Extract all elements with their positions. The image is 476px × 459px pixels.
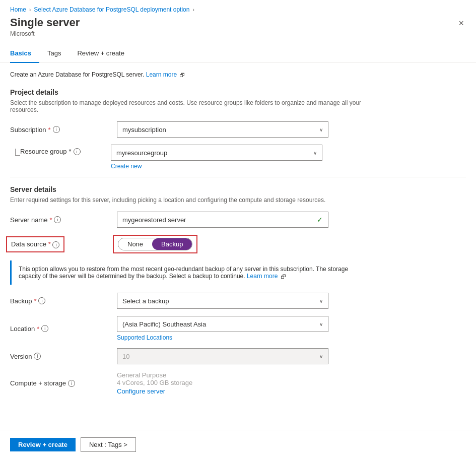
data-source-info-icon[interactable]: i bbox=[52, 241, 59, 248]
location-row: Location * i (Asia Pacific) Southeast As… bbox=[10, 316, 466, 341]
backup-row: Backup * i Select a backup ∨ bbox=[10, 293, 466, 309]
version-info-icon[interactable]: i bbox=[34, 353, 41, 360]
subscription-label: Subscription * i bbox=[10, 126, 111, 134]
main-content: Create an Azure Database for PostgreSQL … bbox=[0, 63, 476, 430]
configure-server-link[interactable]: Configure server bbox=[117, 387, 328, 395]
data-source-backup-option[interactable]: Backup bbox=[152, 238, 192, 250]
location-control: (Asia Pacific) Southeast Asia ∨ Supporte… bbox=[117, 316, 328, 341]
resource-group-dropdown[interactable]: myresourcegroup ∨ bbox=[111, 145, 322, 161]
tab-basics[interactable]: Basics bbox=[10, 45, 39, 63]
location-label: Location * i bbox=[10, 325, 111, 333]
backup-control: Select a backup ∨ bbox=[117, 293, 328, 309]
server-details-title: Server details bbox=[10, 185, 466, 193]
supported-locations-link[interactable]: Supported Locations bbox=[117, 334, 172, 341]
valid-icon: ✓ bbox=[317, 216, 323, 224]
version-dropdown-arrow-icon: ∨ bbox=[319, 354, 323, 359]
dropdown-arrow-icon: ∨ bbox=[313, 150, 317, 156]
info-box: This option allows you to restore from t… bbox=[10, 260, 363, 285]
subscription-control: mysubscription ∨ bbox=[117, 121, 328, 138]
resource-group-control: myresourcegroup ∨ Create new bbox=[111, 145, 322, 170]
data-source-label: Data source * i bbox=[10, 236, 111, 252]
page-description: Create an Azure Database for PostgreSQL … bbox=[10, 71, 466, 78]
subscription-row: Subscription * i mysubscription ∨ bbox=[10, 121, 466, 138]
page-title: Single server bbox=[10, 16, 80, 29]
tab-tags[interactable]: Tags bbox=[39, 45, 69, 63]
data-source-control: None Backup bbox=[117, 235, 328, 253]
compute-storage-row: Compute + storage i General Purpose 4 vC… bbox=[10, 371, 466, 395]
resource-group-info-icon[interactable]: i bbox=[74, 148, 81, 155]
subscription-info-icon[interactable]: i bbox=[53, 126, 60, 133]
compute-storage-info-icon[interactable]: i bbox=[68, 380, 75, 387]
review-create-button[interactable]: Review + create bbox=[10, 438, 76, 451]
resource-group-label: Resource group * i bbox=[20, 145, 111, 155]
tabs-container: Basics Tags Review + create bbox=[0, 37, 476, 63]
page-subtitle: Microsoft bbox=[10, 30, 80, 37]
version-row: Version i 10 ∨ bbox=[10, 348, 466, 364]
location-info-icon[interactable]: i bbox=[41, 325, 48, 332]
location-dropdown-arrow-icon: ∨ bbox=[319, 321, 323, 327]
backup-dropdown-arrow-icon: ∨ bbox=[319, 298, 323, 304]
data-source-toggle: None Backup bbox=[118, 238, 192, 250]
external-link-icon: 🗗 bbox=[179, 72, 185, 78]
version-label: Version i bbox=[10, 353, 111, 360]
learn-more-link[interactable]: Learn more bbox=[146, 71, 177, 78]
resource-group-row: Resource group * i myresourcegroup ∨ Cre… bbox=[10, 145, 466, 170]
next-tags-button[interactable]: Next : Tags > bbox=[81, 437, 136, 452]
subscription-dropdown[interactable]: mysubscription ∨ bbox=[117, 121, 328, 138]
version-dropdown[interactable]: 10 ∨ bbox=[117, 348, 328, 364]
server-name-label: Server name * i bbox=[10, 216, 111, 224]
server-name-control: mygeorestored server ✓ bbox=[117, 212, 328, 228]
dropdown-arrow-icon: ∨ bbox=[319, 127, 323, 133]
close-button[interactable]: × bbox=[456, 16, 466, 31]
section-divider bbox=[10, 177, 466, 177]
info-learn-more-link[interactable]: Learn more bbox=[247, 273, 278, 280]
server-name-row: Server name * i mygeorestored server ✓ bbox=[10, 212, 466, 228]
info-external-icon: 🗗 bbox=[281, 274, 286, 280]
footer: Review + create Next : Tags > bbox=[0, 430, 476, 459]
compute-storage-value: General Purpose 4 vCores, 100 GB storage… bbox=[117, 371, 328, 395]
breadcrumb-home[interactable]: Home bbox=[10, 6, 26, 13]
server-name-info-icon[interactable]: i bbox=[54, 216, 61, 223]
panel-header: Single server Microsoft × bbox=[0, 16, 476, 37]
create-new-link[interactable]: Create new bbox=[111, 163, 142, 170]
location-dropdown[interactable]: (Asia Pacific) Southeast Asia ∨ bbox=[117, 316, 328, 332]
tab-review-create[interactable]: Review + create bbox=[69, 45, 132, 63]
backup-label: Backup * i bbox=[10, 297, 111, 305]
data-source-none-option[interactable]: None bbox=[118, 238, 152, 250]
compute-storage-label: Compute + storage i bbox=[10, 379, 111, 387]
breadcrumb-step1[interactable]: Select Azure Database for PostgreSQL dep… bbox=[34, 6, 189, 13]
version-control: 10 ∨ bbox=[117, 348, 328, 364]
data-source-row: Data source * i None Backup bbox=[10, 235, 466, 253]
backup-info-icon[interactable]: i bbox=[38, 297, 45, 304]
server-name-input[interactable]: mygeorestored server ✓ bbox=[117, 212, 328, 228]
server-details-desc: Enter required settings for this server,… bbox=[10, 196, 363, 204]
project-details-desc: Select the subscription to manage deploy… bbox=[10, 99, 363, 113]
project-details-title: Project details bbox=[10, 88, 466, 96]
backup-dropdown[interactable]: Select a backup ∨ bbox=[117, 293, 328, 309]
breadcrumb: Home › Select Azure Database for Postgre… bbox=[0, 0, 476, 16]
